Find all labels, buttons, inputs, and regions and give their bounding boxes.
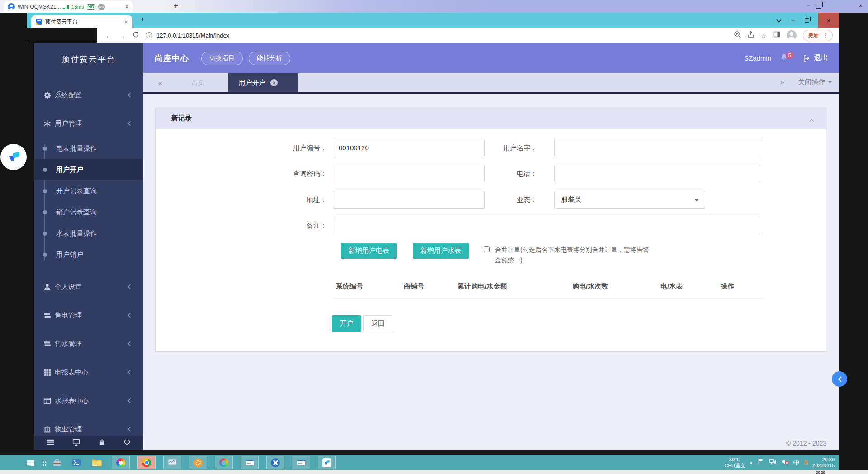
phone-label: 电话： (469, 165, 537, 182)
tab-home[interactable]: 首页 (181, 79, 214, 87)
taskbar-app-form2[interactable] (292, 456, 310, 469)
notification-bell[interactable]: 5 (780, 52, 793, 64)
todesk-restore-icon[interactable] (816, 4, 821, 9)
taskbar-clock[interactable]: 20:30 2023/3/15 (812, 457, 835, 469)
sidebar-item-personal-settings[interactable]: 个人设置 (34, 273, 143, 301)
browser-restore-icon[interactable] (805, 18, 809, 23)
sidebar-item-open-record-query[interactable]: 开户记录查询 (34, 180, 143, 202)
remark-input[interactable] (333, 217, 760, 234)
profile-avatar[interactable] (787, 30, 797, 40)
app-logo: 预付费云平台 (34, 43, 143, 76)
taskbar-app-monitor[interactable] (163, 456, 181, 469)
address-input[interactable] (333, 191, 485, 209)
taskbar-app-ribbon[interactable] (215, 456, 233, 469)
close-operations-dropdown[interactable]: 关闭操作 (798, 78, 832, 86)
address-bar[interactable]: i 127.0.0.1:10315/Main/Index (146, 32, 727, 39)
tray-expand-icon[interactable]: ▲ (750, 460, 753, 465)
start-button[interactable] (26, 459, 35, 466)
close-tab-icon[interactable]: × (124, 19, 128, 25)
collapse-panel-icon[interactable] (809, 116, 814, 124)
submenu-label: 开户记录查询 (56, 187, 97, 195)
forward-icon[interactable]: → (119, 32, 126, 39)
monitor-app-icon (168, 459, 177, 467)
tab-search-chevron-icon[interactable] (776, 16, 782, 24)
sidebar-item-close-record-query[interactable]: 销户记录查询 (34, 202, 143, 223)
sidebar-item-electric-report-center[interactable]: 电报表中心 (34, 358, 143, 387)
lock-icon[interactable] (99, 439, 105, 447)
sidebar-item-label: 用户管理 (55, 119, 82, 128)
volume-muted-icon[interactable] (781, 458, 789, 467)
sidebar-item-system-config[interactable]: 系统配置 (34, 81, 143, 109)
taskbar-app-form1[interactable] (241, 456, 259, 469)
sidebar-item-electric-sales[interactable]: 售电管理 (34, 301, 143, 330)
add-electric-meter-button[interactable]: 新增用户电表 (341, 243, 397, 259)
back-button[interactable]: 返回 (363, 315, 392, 332)
taskbar-chrome[interactable] (137, 456, 156, 469)
power-icon[interactable] (123, 438, 131, 447)
scroll-tabs-right-icon[interactable]: » (780, 78, 784, 86)
business-type-select[interactable]: 服装类 (554, 191, 705, 209)
side-panel-icon[interactable] (773, 31, 780, 40)
browser-minimize-icon[interactable]: − (791, 17, 795, 24)
todesk-session-tab[interactable]: WIN-OQMSK21... 18ms HD RU × (4, 1, 133, 13)
browser-close-icon[interactable]: × (818, 13, 839, 28)
update-browser-button[interactable]: 更新 ⋮ (803, 30, 833, 41)
taskbar-todesk[interactable] (318, 456, 336, 469)
browser-tabstrip: 预付费云平台 × + − × (27, 13, 839, 28)
browser-menu-icon[interactable]: ⋮ (822, 33, 828, 38)
sidebar-item-water-report-center[interactable]: 水报表中心 (34, 387, 143, 415)
bookmark-star-icon[interactable]: ☆ (761, 32, 767, 39)
scroll-tabs-left-icon[interactable]: « (158, 79, 162, 87)
todesk-minimize-icon[interactable]: − (806, 2, 810, 10)
back-icon[interactable]: ← (105, 32, 112, 39)
taskbar-app-gear[interactable] (189, 456, 207, 469)
sidebar-item-open-account[interactable]: 用户开户 (34, 159, 143, 180)
list-icon (43, 340, 51, 348)
browser-tab[interactable]: 预付费云平台 × (31, 15, 132, 28)
password-input[interactable] (333, 165, 485, 182)
switch-project-button[interactable]: 切换项目 (201, 52, 243, 65)
collapse-side-widget-button[interactable] (832, 371, 847, 387)
user-no-input[interactable] (333, 139, 485, 156)
new-session-button[interactable]: + (174, 1, 178, 10)
sidebar-item-water-meter-batch[interactable]: 水表批量操作 (34, 223, 143, 244)
sidebar-item-user-management[interactable]: 用户管理 (34, 109, 143, 138)
ime-indicator[interactable]: 中 (793, 459, 800, 467)
taskbar-app-wheel[interactable] (112, 456, 130, 469)
user-name-input[interactable] (554, 139, 760, 156)
add-water-meter-button[interactable]: 新增用户水表 (413, 243, 469, 259)
site-info-icon[interactable]: i (146, 32, 152, 38)
sogou-input-icon[interactable]: S (804, 459, 808, 467)
new-tab-button[interactable]: + (141, 15, 145, 24)
merge-metering-checkbox[interactable] (484, 246, 490, 252)
close-session-icon[interactable]: × (125, 4, 129, 10)
reload-icon[interactable] (132, 31, 139, 40)
submenu-label: 销户记录查询 (56, 208, 97, 217)
tab-open-account[interactable]: 用户开户 × (228, 73, 298, 92)
menu-hamburger-icon[interactable] (47, 438, 54, 448)
share-icon[interactable] (747, 31, 755, 40)
taskbar-app-globe-tools[interactable] (266, 456, 284, 469)
sidebar-item-close-account[interactable]: 用户销户 (34, 244, 143, 265)
action-center-flag-icon[interactable] (758, 458, 764, 467)
logout-button[interactable]: 退出 (803, 53, 828, 63)
browser-tab-title: 预付费云平台 (45, 18, 121, 26)
submenu-label: 电表批量操作 (56, 144, 97, 153)
sidebar-nav: 系统配置 用户管理 电表批量操作 用户开户 开户记录查询 销户记录查询 水表批量… (34, 76, 143, 436)
app-main: 尚座中心 切换项目 能耗分析 SZadmin 5 退出 « (143, 43, 839, 450)
monitor-icon[interactable] (72, 438, 80, 448)
open-account-button[interactable]: 开户 (332, 315, 361, 332)
sidebar-item-property-management[interactable]: 物业管理 (34, 415, 143, 436)
phone-input[interactable] (554, 165, 760, 182)
sidebar-item-meter-batch[interactable]: 电表批量操作 (34, 138, 143, 159)
sidebar-item-water-sales[interactable]: 售水管理 (34, 330, 143, 358)
todesk-floating-ball[interactable] (0, 144, 27, 170)
close-tab-circle-icon[interactable]: × (270, 79, 278, 86)
taskbar-powershell-icon[interactable] (72, 459, 81, 466)
taskbar-file-explorer-icon[interactable] (91, 459, 102, 467)
network-icon[interactable] (769, 458, 777, 467)
taskbar-server-manager-icon[interactable] (52, 459, 62, 467)
zoom-icon[interactable] (734, 31, 741, 40)
todesk-close-icon[interactable]: × (859, 2, 863, 10)
energy-analysis-button[interactable]: 能耗分析 (249, 52, 290, 65)
